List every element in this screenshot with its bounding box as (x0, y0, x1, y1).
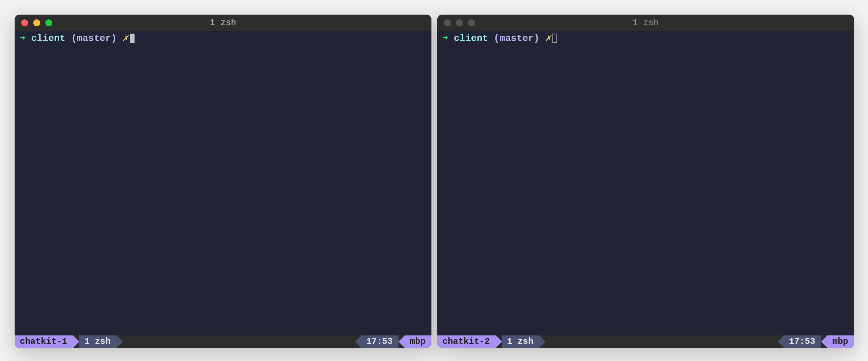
status-window[interactable]: 1 zsh (502, 335, 539, 348)
zoom-icon[interactable] (468, 19, 475, 26)
statusbar-spacer (123, 335, 355, 348)
status-host: mbp (827, 335, 854, 348)
powerline-arrow-left-icon (399, 335, 405, 348)
prompt-branch: (master) (494, 32, 540, 45)
git-dirty-icon: ✗ (122, 32, 128, 45)
prompt-line: ➜ client (master) ✗ (20, 32, 426, 45)
powerline-arrow-right-icon (73, 335, 79, 348)
status-host: mbp (405, 335, 431, 348)
window-title: 1 zsh (15, 18, 431, 28)
close-icon[interactable] (444, 19, 451, 26)
prompt-cwd: client (454, 32, 488, 45)
status-time: 17:53 (784, 335, 821, 348)
cursor-block-icon (130, 34, 135, 43)
powerline-arrow-right-icon (117, 335, 123, 348)
powerline-arrow-left-icon (821, 335, 827, 348)
titlebar[interactable]: 1 zsh (437, 15, 854, 31)
prompt-line: ➜ client (master) ✗ (442, 32, 849, 45)
tmux-statusbar: chatkit-1 1 zsh 17:53 mbp (15, 335, 431, 348)
traffic-lights (21, 19, 52, 26)
terminal-window-right[interactable]: 1 zsh ➜ client (master) ✗ chatkit-2 1 zs… (437, 15, 854, 348)
powerline-arrow-right-icon (539, 335, 546, 348)
terminal-window-left[interactable]: 1 zsh ➜ client (master) ✗ chatkit-1 1 zs… (15, 15, 431, 348)
status-session[interactable]: chatkit-2 (437, 335, 496, 348)
traffic-lights (444, 19, 475, 26)
status-session[interactable]: chatkit-1 (15, 335, 73, 348)
prompt-arrow-icon: ➜ (442, 32, 448, 45)
terminal-body[interactable]: ➜ client (master) ✗ (437, 31, 854, 335)
cursor-hollow-icon (552, 34, 557, 43)
minimize-icon[interactable] (456, 19, 463, 26)
prompt-cwd: client (31, 32, 65, 45)
status-time: 17:53 (361, 335, 399, 348)
prompt-arrow-icon: ➜ (20, 32, 26, 45)
powerline-arrow-left-icon (355, 335, 361, 348)
minimize-icon[interactable] (33, 19, 40, 26)
git-dirty-icon: ✗ (545, 32, 551, 45)
close-icon[interactable] (21, 19, 28, 26)
powerline-arrow-left-icon (778, 335, 784, 348)
status-window[interactable]: 1 zsh (79, 335, 117, 348)
window-title: 1 zsh (437, 18, 854, 28)
prompt-branch: (master) (71, 32, 117, 45)
terminal-body[interactable]: ➜ client (master) ✗ (15, 31, 431, 335)
zoom-icon[interactable] (45, 19, 52, 26)
statusbar-spacer (546, 335, 778, 348)
titlebar[interactable]: 1 zsh (15, 15, 431, 31)
tmux-statusbar: chatkit-2 1 zsh 17:53 mbp (437, 335, 854, 348)
powerline-arrow-right-icon (496, 335, 502, 348)
